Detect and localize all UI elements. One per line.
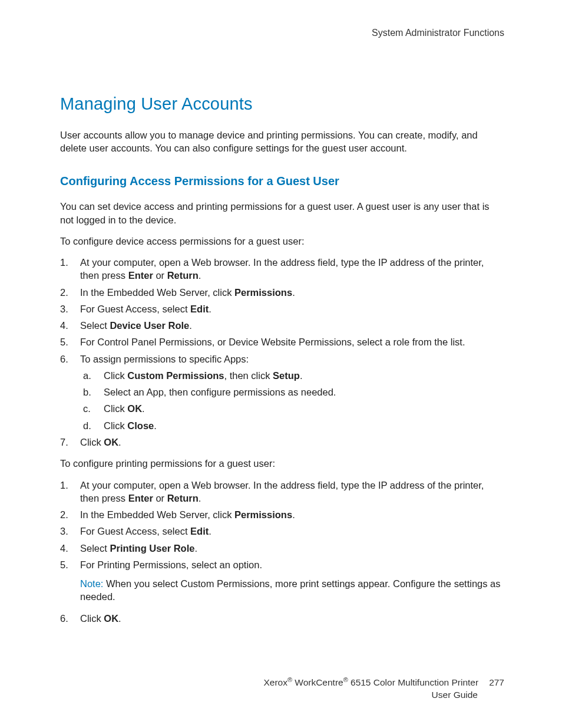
text: . xyxy=(199,493,201,503)
footer-brand: Xerox xyxy=(263,677,287,687)
text-bold: Device User Role xyxy=(110,320,189,331)
text: For Guest Access, select xyxy=(80,526,190,536)
footer-brand2: WorkCentre xyxy=(292,677,343,687)
text: . xyxy=(118,437,121,447)
text: or xyxy=(153,493,167,503)
header-section-label: System Administrator Functions xyxy=(60,27,504,39)
text-bold: OK xyxy=(104,613,118,624)
text: or xyxy=(153,270,167,281)
footer-guide: User Guide xyxy=(263,689,478,701)
list2-lead: To configure printing permissions for a … xyxy=(60,457,504,470)
list-item: Click OK. xyxy=(80,402,504,415)
text-bold: OK xyxy=(104,437,118,447)
procedure-list-1: At your computer, open a Web browser. In… xyxy=(60,256,504,449)
text-bold: Printing User Role xyxy=(110,543,194,554)
registered-icon: ® xyxy=(343,676,348,683)
note-block: Note: When you select Custom Permissions… xyxy=(80,577,504,604)
page-footer: Xerox® WorkCentre® 6515 Color Multifunct… xyxy=(263,676,504,701)
procedure-list-2: At your computer, open a Web browser. In… xyxy=(60,479,504,625)
list-item: At your computer, open a Web browser. In… xyxy=(60,479,504,505)
text: For Guest Access, select xyxy=(80,304,190,314)
text: Click xyxy=(80,613,104,624)
note-label: Note: xyxy=(80,578,103,589)
subheading: Configuring Access Permissions for a Gue… xyxy=(60,173,504,189)
page-number: 277 xyxy=(489,677,504,689)
text-bold: Permissions xyxy=(234,509,292,520)
text-bold: Enter xyxy=(128,270,153,281)
note-text: When you select Custom Permissions, more… xyxy=(80,578,501,602)
list-item: In the Embedded Web Server, click Permis… xyxy=(60,286,504,299)
list-item: Click OK. xyxy=(60,436,504,449)
list-item: At your computer, open a Web browser. In… xyxy=(60,256,504,282)
list-item: For Control Panel Permissions, or Device… xyxy=(60,335,504,348)
text: In the Embedded Web Server, click xyxy=(80,509,234,520)
text: . xyxy=(300,370,303,381)
text-bold: Custom Permissions xyxy=(127,370,224,381)
text: , then click xyxy=(224,370,273,381)
text: . xyxy=(118,613,121,624)
list-item: Select an App, then configure permission… xyxy=(80,386,504,398)
text-bold: Permissions xyxy=(234,287,292,298)
text: Click xyxy=(104,370,127,381)
list-item: To assign permissions to specific Apps: … xyxy=(60,353,504,432)
text: Select xyxy=(80,543,110,554)
registered-icon: ® xyxy=(287,676,292,683)
text-bold: Setup xyxy=(273,370,300,381)
text: . xyxy=(292,287,295,298)
text: Click xyxy=(80,437,104,447)
page-title: Managing User Accounts xyxy=(60,93,504,116)
text-bold: Return xyxy=(167,270,199,281)
list-item: For Printing Permissions, select an opti… xyxy=(60,558,504,604)
list-item: Click OK. xyxy=(60,612,504,625)
list-item: Click Custom Permissions, then click Set… xyxy=(80,369,504,382)
text: In the Embedded Web Server, click xyxy=(80,287,234,298)
text: . xyxy=(199,270,201,281)
text-bold: Return xyxy=(167,493,199,503)
footer-model: 6515 Color Multifunction Printer xyxy=(348,677,478,687)
text: Select xyxy=(80,320,110,331)
text-bold: Edit xyxy=(190,526,209,536)
text: . xyxy=(154,420,157,431)
list-item: Select Printing User Role. xyxy=(60,542,504,555)
list1-lead: To configure device access permissions f… xyxy=(60,235,504,248)
list-item: In the Embedded Web Server, click Permis… xyxy=(60,508,504,521)
text: . xyxy=(209,526,211,536)
text-bold: Enter xyxy=(128,493,153,503)
list-item: For Guest Access, select Edit. xyxy=(60,302,504,315)
list-item: Click Close. xyxy=(80,419,504,432)
intro-paragraph: User accounts allow you to manage device… xyxy=(60,129,504,155)
text: . xyxy=(194,543,197,554)
text: . xyxy=(209,304,211,314)
list-item: Select Device User Role. xyxy=(60,319,504,332)
text: Click xyxy=(104,420,127,431)
text: Click xyxy=(104,403,127,414)
text: For Printing Permissions, select an opti… xyxy=(80,559,262,570)
text-bold: OK xyxy=(127,403,142,414)
text-bold: Edit xyxy=(190,304,209,314)
text-bold: Close xyxy=(127,420,154,431)
sub-intro: You can set device access and printing p… xyxy=(60,200,504,226)
text: . xyxy=(142,403,145,414)
text: . xyxy=(292,509,295,520)
text: . xyxy=(189,320,192,331)
sub-list: Click Custom Permissions, then click Set… xyxy=(80,369,504,432)
list-item: For Guest Access, select Edit. xyxy=(60,525,504,538)
text: To assign permissions to specific Apps: xyxy=(80,354,249,364)
